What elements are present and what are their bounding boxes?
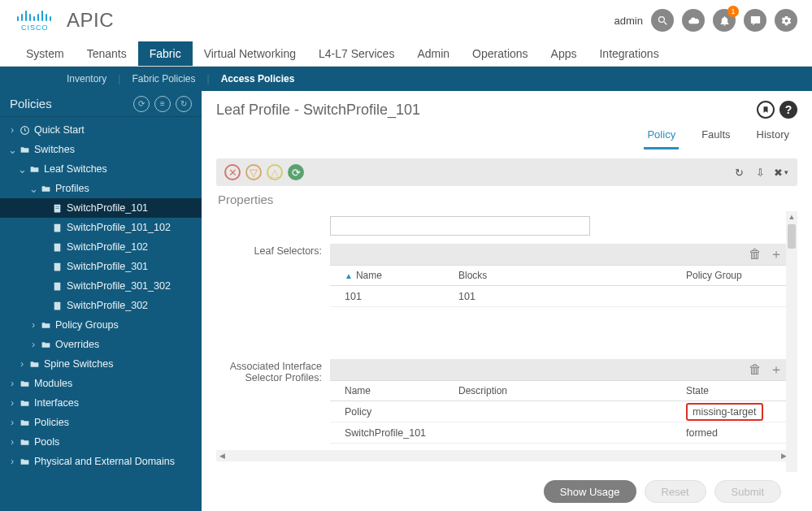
tree-profile-item[interactable]: SwitchProfile_302	[0, 296, 202, 315]
quickstart-icon	[18, 125, 31, 136]
tree-leaf-switches[interactable]: ⌄Leaf Switches	[0, 159, 202, 179]
folder-icon	[39, 320, 52, 331]
leaf-selectors-grid: 🗑 ＋ ▲Name Blocks Policy Group 101 101	[330, 244, 789, 348]
show-usage-button[interactable]: Show Usage	[544, 480, 636, 503]
add-icon[interactable]: ＋	[770, 362, 783, 379]
tab-faults[interactable]: Faults	[698, 123, 733, 149]
bookmark-icon[interactable]	[757, 101, 775, 119]
profile-icon	[50, 203, 63, 214]
profile-icon	[50, 281, 63, 292]
nav-system[interactable]: System	[15, 41, 76, 66]
tree-spine-switches[interactable]: ›Spine Switches	[0, 354, 202, 374]
grid-header: ▲Name Blocks Policy Group	[330, 265, 789, 286]
tree-tool-1-icon[interactable]: ⟳	[133, 96, 150, 112]
cell-state: missing-target	[671, 403, 789, 421]
download-icon[interactable]: ⇩	[752, 164, 768, 180]
delete-icon[interactable]: 🗑	[749, 247, 762, 262]
user-label[interactable]: admin	[614, 15, 643, 27]
feedback-icon[interactable]	[744, 9, 766, 32]
col-description[interactable]: Description	[444, 385, 671, 396]
text-input[interactable]	[330, 216, 590, 236]
tree-profile-item[interactable]: SwitchProfile_102	[0, 237, 202, 257]
nav-admin[interactable]: Admin	[406, 41, 461, 66]
col-name[interactable]: Name	[330, 385, 444, 396]
svg-rect-18	[54, 301, 60, 310]
nav-apps[interactable]: Apps	[540, 41, 588, 66]
tree-phys-ext-domains[interactable]: ›Physical and External Domains	[0, 452, 202, 471]
profile-icon	[50, 242, 63, 253]
nav-tenants[interactable]: Tenants	[76, 41, 138, 66]
cell-name: Policy	[330, 406, 444, 418]
tree-switches[interactable]: ⌄Switches	[0, 140, 202, 159]
search-icon[interactable]	[651, 9, 674, 32]
submit-button[interactable]: Submit	[714, 480, 781, 503]
grid-toolbar: 🗑 ＋	[330, 244, 789, 265]
tree-profile-item[interactable]: SwitchProfile_301	[0, 257, 202, 276]
tree-policies[interactable]: ›Policies	[0, 413, 202, 432]
col-state[interactable]: State	[671, 385, 789, 396]
reset-button[interactable]: Reset	[645, 480, 706, 503]
logo-wrap: CISCO APIC	[15, 9, 114, 32]
scroll-area: Leaf Selectors: 🗑 ＋ ▲Name Blocks Policy …	[216, 211, 797, 472]
nav-tree: ›Quick Start ⌄Switches ⌄Leaf Switches ⌄P…	[0, 117, 202, 511]
table-row[interactable]: 101 101	[330, 286, 789, 307]
tools-icon[interactable]: ✖▾	[773, 164, 789, 180]
tree-profile-item[interactable]: SwitchProfile_301_302	[0, 276, 202, 296]
tree-profiles[interactable]: ⌄Profiles	[0, 179, 202, 198]
separator: |	[207, 73, 210, 84]
separator: |	[118, 73, 120, 84]
tree-profile-item[interactable]: SwitchProfile_101_102	[0, 218, 202, 237]
fault-critical-icon[interactable]: ✕	[224, 164, 241, 180]
nav-operations[interactable]: Operations	[461, 41, 539, 66]
tree-tool-2-icon[interactable]: ≡	[154, 96, 171, 112]
help-icon[interactable]: ?	[779, 101, 797, 119]
notifications-icon[interactable]: 1	[713, 9, 736, 32]
table-row[interactable]: SwitchProfile_101 formed	[330, 422, 789, 444]
content-panel: ✕ ▽ △ ⟳ ↻ ⇩ ✖▾ Properties Le	[202, 150, 812, 511]
add-icon[interactable]: ＋	[770, 246, 783, 263]
nav-l4l7[interactable]: L4-L7 Services	[307, 41, 406, 66]
tree-modules[interactable]: ›Modules	[0, 374, 202, 393]
col-blocks[interactable]: Blocks	[444, 270, 671, 281]
app-name: APIC	[67, 9, 114, 32]
sidebar-title: Policies	[10, 97, 52, 110]
cell-name: SwitchProfile_101	[330, 427, 444, 439]
text-field-row	[216, 216, 789, 236]
fault-ok-icon[interactable]: ⟳	[288, 164, 304, 180]
subnav-inventory[interactable]: Inventory	[60, 71, 113, 87]
tree-profile-item[interactable]: SwitchProfile_101	[0, 198, 202, 218]
tree-policy-groups[interactable]: ›Policy Groups	[0, 315, 202, 335]
horizontal-scrollbar[interactable]: ◀▶	[216, 450, 789, 461]
svg-rect-14	[54, 223, 60, 232]
tree-tool-3-icon[interactable]: ↻	[176, 96, 192, 112]
tab-policy[interactable]: Policy	[644, 123, 679, 149]
tree-pools[interactable]: ›Pools	[0, 432, 202, 452]
settings-icon[interactable]	[775, 9, 797, 32]
nav-fabric[interactable]: Fabric	[138, 41, 193, 66]
assoc-profiles-grid: 🗑 ＋ Name Description State Policy	[330, 359, 789, 444]
folder-icon	[18, 379, 31, 389]
tree-overrides[interactable]: ›Overrides	[0, 335, 202, 354]
col-name[interactable]: ▲Name	[330, 270, 444, 281]
header-icons: 1	[651, 9, 797, 32]
subnav-fabric-policies[interactable]: Fabric Policies	[125, 71, 202, 87]
nav-virtual-networking[interactable]: Virtual Networking	[193, 41, 307, 66]
col-policy-group[interactable]: Policy Group	[671, 270, 789, 281]
nav-integrations[interactable]: Integrations	[588, 41, 670, 66]
tab-history[interactable]: History	[753, 123, 792, 149]
tree-quick-start[interactable]: ›Quick Start	[0, 120, 202, 140]
profile-icon	[50, 223, 63, 233]
notification-badge: 1	[727, 6, 739, 17]
folder-icon	[18, 437, 31, 448]
table-row[interactable]: Policy missing-target	[330, 401, 789, 422]
cloud-icon[interactable]	[682, 9, 705, 32]
subnav-access-policies[interactable]: Access Policies	[215, 71, 302, 87]
tree-interfaces[interactable]: ›Interfaces	[0, 393, 202, 413]
fault-major-icon[interactable]: ▽	[245, 164, 262, 180]
fault-minor-icon[interactable]: △	[267, 164, 283, 180]
cell-state: formed	[671, 427, 789, 439]
vertical-scrollbar[interactable]: ▲	[786, 211, 797, 472]
folder-icon	[28, 359, 41, 370]
refresh-icon[interactable]: ↻	[731, 164, 747, 180]
delete-icon[interactable]: 🗑	[749, 362, 762, 377]
